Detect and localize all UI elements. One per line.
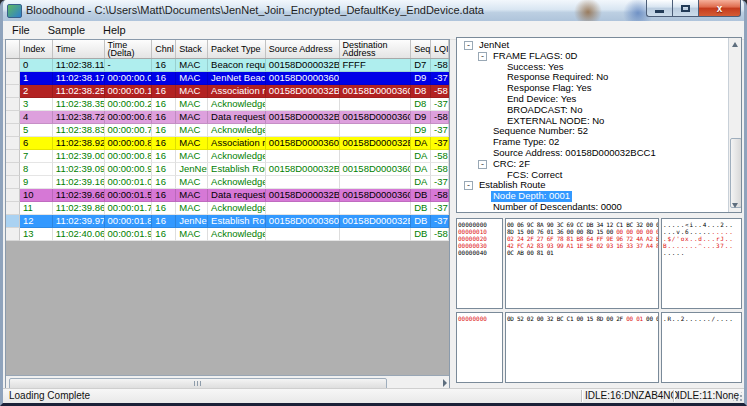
cell-stack[interactable]: MAC <box>176 150 208 163</box>
cell-time[interactable]: 11:02:39.660 <box>53 189 105 202</box>
cell-dst[interactable]: 00158D0000360176 <box>340 163 412 176</box>
cell-stack[interactable]: MAC <box>176 176 208 189</box>
cell-time[interactable]: 11:02:38.178 <box>53 72 105 85</box>
cell-type[interactable]: Data request <box>208 111 266 124</box>
cell-dst[interactable] <box>340 72 412 85</box>
cell-src[interactable]: 00158D0000360176 <box>266 215 340 228</box>
cell-src[interactable] <box>266 98 340 111</box>
cell-index[interactable]: 9 <box>20 176 53 189</box>
cell-stack[interactable]: JenNet <box>176 215 208 228</box>
cell-index[interactable]: 8 <box>20 163 53 176</box>
cell-delta[interactable]: 00:00:00.140 <box>105 85 153 98</box>
cell-index[interactable]: 12 <box>20 215 53 228</box>
cell-stack[interactable]: JenNet <box>176 163 208 176</box>
table-row[interactable]: 011:02:38.116-16MACBeacon request00158D0… <box>6 59 449 72</box>
cell-chnl[interactable]: 16 <box>152 124 176 137</box>
row-header-cell[interactable] <box>6 163 20 176</box>
cell-dst[interactable] <box>340 98 412 111</box>
tree-item[interactable]: Response Flag: Yes <box>460 83 741 94</box>
cell-index[interactable]: 5 <box>20 124 53 137</box>
table-row[interactable]: 511:02:38.83400:00:00.71816MACAcknowledg… <box>6 124 449 137</box>
cell-index[interactable]: 1 <box>20 72 53 85</box>
scroll-down-arrow-icon[interactable] <box>732 203 738 208</box>
row-header-cell[interactable] <box>6 59 20 72</box>
cell-src[interactable]: 00158D000032BCC1 <box>266 189 340 202</box>
cell-time[interactable]: 11:02:39.863 <box>53 202 105 215</box>
cell-stack[interactable]: MAC <box>176 72 208 85</box>
cell-delta[interactable]: 00:00:01.544 <box>105 189 153 202</box>
column-header-index[interactable]: Index <box>20 40 53 58</box>
tree-expand-toggle-icon[interactable]: - <box>464 181 473 190</box>
cell-lqi[interactable]: -37 <box>431 202 449 215</box>
row-header-cell[interactable] <box>6 189 20 202</box>
table-row[interactable]: 911:02:39.16100:00:01.04516MACAcknowledg… <box>6 176 449 189</box>
cell-time[interactable]: 11:02:38.927 <box>53 137 105 150</box>
cell-delta[interactable]: 00:00:00.062 <box>105 72 153 85</box>
cell-src[interactable]: 00158D000032BCC1 <box>266 163 340 176</box>
tree-item[interactable]: -CRC: 2F <box>460 159 741 170</box>
menu-item-sample[interactable]: Sample <box>39 24 94 36</box>
cell-lqi[interactable]: -58 <box>431 150 449 163</box>
cell-time[interactable]: 11:02:39.005 <box>53 150 105 163</box>
cell-dst[interactable]: 00158D000032BCC1 <box>340 215 412 228</box>
table-row[interactable]: 811:02:39.09900:00:00.98316JenNetEstabli… <box>6 163 449 176</box>
column-header-time[interactable]: Time <box>53 40 105 58</box>
row-header-cell[interactable] <box>6 85 20 98</box>
cell-seq[interactable]: DA <box>411 176 431 189</box>
column-header-delta[interactable]: Time (Delta) <box>105 40 153 58</box>
cell-type[interactable]: Association respo... <box>208 137 266 150</box>
row-header-cell[interactable] <box>6 124 20 137</box>
cell-lqi[interactable]: -58 <box>431 163 449 176</box>
cell-lqi[interactable]: -37 <box>431 124 449 137</box>
table-row[interactable]: 611:02:38.92700:00:00.81116MACAssociatio… <box>6 137 449 150</box>
cell-seq[interactable]: DA <box>411 137 431 150</box>
row-header-cell[interactable] <box>6 176 20 189</box>
table-row[interactable]: 711:02:39.00500:00:00.88916MACAcknowledg… <box>6 150 449 163</box>
cell-time[interactable]: 11:02:39.161 <box>53 176 105 189</box>
table-row[interactable]: 1211:02:39.97200:00:01.85616JenNetEstabl… <box>6 215 449 228</box>
cell-time[interactable]: 11:02:38.724 <box>53 111 105 124</box>
tree-item[interactable]: Number of Descendants: 0000 <box>460 202 741 213</box>
column-header-chnl[interactable]: Chnl <box>152 40 176 58</box>
table-row[interactable]: 111:02:38.17800:00:00.06216MACJenNet Bea… <box>6 72 449 85</box>
cell-type[interactable]: Acknowledgement <box>208 202 266 215</box>
cell-stack[interactable]: MAC <box>176 124 208 137</box>
cell-seq[interactable]: D8 <box>411 85 431 98</box>
cell-lqi[interactable]: -37 <box>431 176 449 189</box>
cell-type[interactable]: Association request <box>208 85 266 98</box>
cell-delta[interactable]: 00:00:00.983 <box>105 163 153 176</box>
cell-src[interactable]: 00158D0000360176 <box>266 72 340 85</box>
menu-item-file[interactable]: File <box>3 24 39 36</box>
cell-dst[interactable] <box>340 176 412 189</box>
cell-index[interactable]: 7 <box>20 150 53 163</box>
cell-index[interactable]: 13 <box>20 228 53 241</box>
cell-chnl[interactable]: 16 <box>152 228 176 241</box>
cell-seq[interactable]: DA <box>411 163 431 176</box>
title-bar[interactable]: Bloodhound - C:\Users\Matt\Documents\Jen… <box>0 0 747 22</box>
tree-item[interactable]: Response Required: No <box>460 72 741 83</box>
cell-type[interactable]: JenNet Beacon <box>208 72 266 85</box>
table-horizontal-scrollbar[interactable] <box>6 375 449 389</box>
cell-seq[interactable]: D7 <box>411 59 431 72</box>
cell-seq[interactable]: DA <box>411 150 431 163</box>
cell-index[interactable]: 4 <box>20 111 53 124</box>
row-header-cell[interactable] <box>6 111 20 124</box>
row-header-cell[interactable] <box>6 228 20 241</box>
hscroll-right-arrow-icon[interactable] <box>443 379 447 387</box>
cell-lqi[interactable]: -37 <box>431 72 449 85</box>
scroll-up-arrow-icon[interactable] <box>732 42 738 47</box>
cell-seq[interactable]: D9 <box>411 111 431 124</box>
cell-lqi[interactable]: -58 <box>431 228 449 241</box>
cell-delta[interactable]: 00:00:01.856 <box>105 215 153 228</box>
table-row[interactable]: 211:02:38.25600:00:00.14016MACAssociatio… <box>6 85 449 98</box>
cell-lqi[interactable]: -58 <box>431 85 449 98</box>
tree-item[interactable]: BROADCAST: No <box>460 105 741 116</box>
minimize-button[interactable] <box>646 0 672 17</box>
cell-type[interactable]: Acknowledgement <box>208 176 266 189</box>
cell-index[interactable]: 10 <box>20 189 53 202</box>
cell-time[interactable]: 11:02:39.972 <box>53 215 105 228</box>
vscroll-thumb[interactable] <box>730 138 742 208</box>
cell-type[interactable]: Acknowledgement <box>208 150 266 163</box>
cell-delta[interactable]: 00:00:00.811 <box>105 137 153 150</box>
tree-expand-toggle-icon[interactable]: - <box>478 52 487 61</box>
